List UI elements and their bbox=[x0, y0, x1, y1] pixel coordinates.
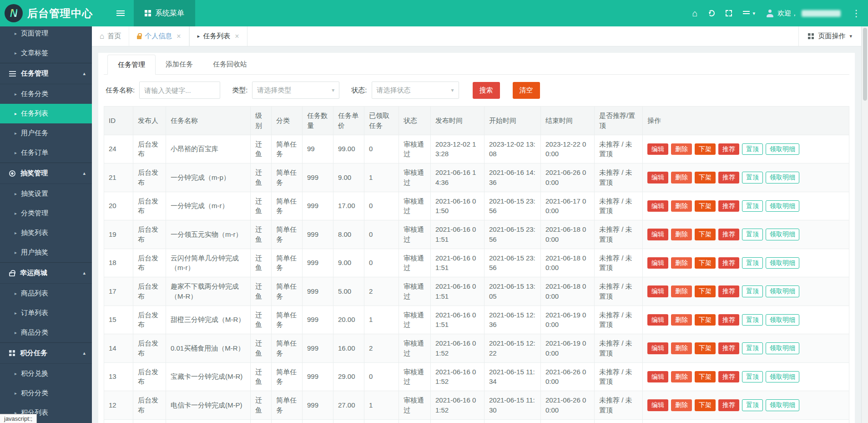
brand-home-link[interactable]: N 后台管理中心 bbox=[0, 0, 101, 26]
clear-button[interactable]: 清空 bbox=[513, 82, 540, 99]
pin-top-button[interactable]: 置顶 bbox=[742, 257, 763, 269]
delete-button[interactable]: 删除 bbox=[671, 200, 692, 212]
offline-button[interactable]: 下架 bbox=[695, 143, 716, 155]
nav-system-menu[interactable]: 系统菜单 bbox=[134, 0, 195, 26]
edit-button[interactable]: 编辑 bbox=[647, 342, 668, 354]
edit-button[interactable]: 编辑 bbox=[647, 371, 668, 383]
offline-button[interactable]: 下架 bbox=[695, 172, 716, 183]
vertical-scrollbar[interactable] bbox=[861, 26, 868, 423]
sidebar-section[interactable]: 积分任务▴ bbox=[0, 342, 92, 364]
tab[interactable]: ▸任务列表× bbox=[189, 26, 247, 46]
user-menu[interactable]: 欢迎， bbox=[766, 0, 841, 26]
edit-button[interactable]: 编辑 bbox=[647, 200, 668, 212]
offline-button[interactable]: 下架 bbox=[695, 285, 716, 297]
sidebar-item[interactable]: ▸任务订单 bbox=[0, 143, 92, 163]
pin-top-button[interactable]: 置顶 bbox=[742, 371, 763, 383]
sidebar-item[interactable]: ▸抽奖列表 bbox=[0, 223, 92, 243]
search-button[interactable]: 搜索 bbox=[473, 82, 500, 99]
delete-button[interactable]: 删除 bbox=[671, 342, 692, 354]
task-name-input[interactable] bbox=[139, 82, 220, 99]
edit-button[interactable]: 编辑 bbox=[647, 172, 668, 183]
edit-button[interactable]: 编辑 bbox=[647, 257, 668, 269]
sidebar-item[interactable]: ▸商品分类 bbox=[0, 323, 92, 342]
offline-button[interactable]: 下架 bbox=[695, 399, 716, 411]
delete-button[interactable]: 删除 bbox=[671, 371, 692, 383]
sidebar-item[interactable]: ▸积分兑换 bbox=[0, 364, 92, 383]
close-icon[interactable]: × bbox=[177, 33, 181, 40]
sidebar-section[interactable]: 幸运商城▴ bbox=[0, 262, 92, 284]
recommend-button[interactable]: 推荐 bbox=[718, 342, 739, 354]
page-actions-button[interactable]: 页面操作 ▾ bbox=[798, 26, 861, 46]
claim-detail-button[interactable]: 领取明细 bbox=[766, 285, 799, 297]
sidebar-item[interactable]: ▸分类管理 bbox=[0, 204, 92, 223]
claim-detail-button[interactable]: 领取明细 bbox=[766, 371, 799, 383]
delete-button[interactable]: 删除 bbox=[671, 285, 692, 297]
panel-tab[interactable]: 任务回收站 bbox=[203, 55, 257, 74]
edit-button[interactable]: 编辑 bbox=[647, 399, 668, 411]
offline-button[interactable]: 下架 bbox=[695, 200, 716, 212]
sidebar-item[interactable]: ▸订单列表 bbox=[0, 303, 92, 323]
delete-button[interactable]: 删除 bbox=[671, 257, 692, 269]
recommend-button[interactable]: 推荐 bbox=[718, 371, 739, 383]
sidebar-item[interactable]: ▸文章标签 bbox=[0, 43, 92, 63]
claim-detail-button[interactable]: 领取明细 bbox=[766, 314, 799, 326]
edit-button[interactable]: 编辑 bbox=[647, 285, 668, 297]
pin-top-button[interactable]: 置顶 bbox=[742, 314, 763, 326]
recommend-button[interactable]: 推荐 bbox=[718, 399, 739, 411]
panel-tab[interactable]: 任务管理 bbox=[107, 55, 156, 75]
sidebar-item[interactable]: ▸抽奖设置 bbox=[0, 184, 92, 204]
delete-button[interactable]: 删除 bbox=[671, 172, 692, 183]
refresh-button[interactable] bbox=[708, 0, 715, 26]
recommend-button[interactable]: 推荐 bbox=[718, 285, 739, 297]
sidebar-item[interactable]: ▸商品列表 bbox=[0, 284, 92, 303]
edit-button[interactable]: 编辑 bbox=[647, 229, 668, 240]
sidebar-toggle-button[interactable] bbox=[107, 0, 134, 26]
pin-top-button[interactable]: 置顶 bbox=[742, 399, 763, 411]
edit-button[interactable]: 编辑 bbox=[647, 143, 668, 155]
recommend-button[interactable]: 推荐 bbox=[718, 314, 739, 326]
claim-detail-button[interactable]: 领取明细 bbox=[766, 257, 799, 269]
close-icon[interactable]: × bbox=[235, 33, 239, 40]
more-options-button[interactable]: ⋮ bbox=[852, 0, 861, 26]
claim-detail-button[interactable]: 领取明细 bbox=[766, 143, 799, 155]
recommend-button[interactable]: 推荐 bbox=[718, 200, 739, 212]
offline-button[interactable]: 下架 bbox=[695, 314, 716, 326]
recommend-button[interactable]: 推荐 bbox=[718, 172, 739, 183]
offline-button[interactable]: 下架 bbox=[695, 229, 716, 240]
sidebar-item[interactable]: ▸任务列表 bbox=[0, 104, 92, 123]
home-button[interactable]: ⌂ bbox=[692, 0, 697, 26]
edit-button[interactable]: 编辑 bbox=[647, 314, 668, 326]
delete-button[interactable]: 删除 bbox=[671, 229, 692, 240]
pin-top-button[interactable]: 置顶 bbox=[742, 229, 763, 240]
recommend-button[interactable]: 推荐 bbox=[718, 229, 739, 240]
pin-top-button[interactable]: 置顶 bbox=[742, 172, 763, 183]
sidebar-item[interactable]: ▸积分分类 bbox=[0, 383, 92, 403]
pin-top-button[interactable]: 置顶 bbox=[742, 200, 763, 212]
sidebar-section[interactable]: 抽奖管理▴ bbox=[0, 163, 92, 184]
claim-detail-button[interactable]: 领取明细 bbox=[766, 229, 799, 240]
sidebar-section[interactable]: 任务管理▴ bbox=[0, 63, 92, 84]
claim-detail-button[interactable]: 领取明细 bbox=[766, 399, 799, 411]
scrollbar-thumb[interactable] bbox=[863, 28, 867, 101]
delete-button[interactable]: 删除 bbox=[671, 399, 692, 411]
header-menu-button[interactable]: ▾ bbox=[743, 0, 755, 26]
fullscreen-button[interactable] bbox=[726, 0, 732, 26]
status-select[interactable]: 请选择状态 ▾ bbox=[372, 82, 459, 99]
delete-button[interactable]: 删除 bbox=[671, 143, 692, 155]
claim-detail-button[interactable]: 领取明细 bbox=[766, 172, 799, 183]
pin-top-button[interactable]: 置顶 bbox=[742, 342, 763, 354]
offline-button[interactable]: 下架 bbox=[695, 257, 716, 269]
delete-button[interactable]: 删除 bbox=[671, 314, 692, 326]
type-select[interactable]: 请选择类型 ▾ bbox=[252, 82, 339, 99]
offline-button[interactable]: 下架 bbox=[695, 342, 716, 354]
tab[interactable]: ⌂首页 bbox=[92, 26, 129, 46]
claim-detail-button[interactable]: 领取明细 bbox=[766, 200, 799, 212]
panel-tab[interactable]: 添加任务 bbox=[156, 55, 203, 74]
recommend-button[interactable]: 推荐 bbox=[718, 257, 739, 269]
tab[interactable]: 个人信息× bbox=[129, 26, 189, 46]
offline-button[interactable]: 下架 bbox=[695, 371, 716, 383]
sidebar-item[interactable]: ▸任务分类 bbox=[0, 84, 92, 104]
pin-top-button[interactable]: 置顶 bbox=[742, 285, 763, 297]
sidebar-item[interactable]: ▸用户抽奖 bbox=[0, 243, 92, 262]
sidebar-item[interactable]: ▸页面管理 bbox=[0, 26, 92, 43]
